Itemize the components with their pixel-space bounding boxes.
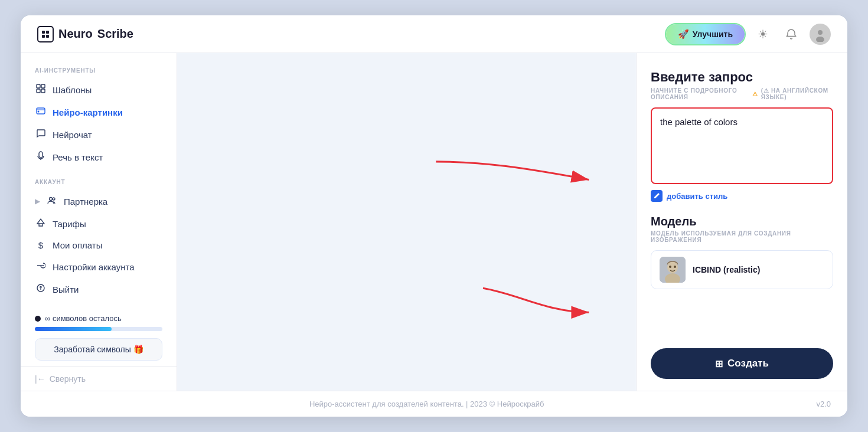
- rocket-icon: 🚀: [678, 29, 689, 40]
- improve-button[interactable]: 🚀 Улучшить: [666, 24, 745, 44]
- payments-icon: $: [35, 240, 47, 250]
- sidebar-collapse[interactable]: |← Свернуть: [21, 366, 177, 391]
- content-area: [177, 53, 636, 391]
- partner-label: Партнерка: [64, 197, 107, 207]
- neurocards-label: Нейро-картинки: [53, 107, 123, 117]
- earn-button[interactable]: Заработай символы 🎁: [35, 338, 162, 361]
- partner-icon: [46, 195, 58, 207]
- footer-version: v2.0: [816, 400, 831, 408]
- speechtotext-label: Речь в текст: [53, 152, 103, 162]
- settings-label: Настройки аккаунта: [53, 262, 135, 272]
- collapse-icon: |←: [35, 374, 45, 384]
- svg-point-15: [53, 198, 55, 200]
- tariffs-label: Тарифы: [53, 219, 86, 229]
- add-style-label: добавить стиль: [667, 192, 727, 201]
- ai-tools-label: AI-ИНСТРУМЕНТЫ: [21, 67, 177, 78]
- svg-point-22: [674, 266, 676, 268]
- sidebar-item-neurocards[interactable]: Нейро-картинки: [21, 101, 177, 123]
- model-name: ICBIND (realistic): [693, 265, 760, 274]
- sidebar-item-speechtotext[interactable]: Речь в текст: [21, 146, 177, 168]
- tariffs-icon: [35, 218, 47, 230]
- main-layout: AI-ИНСТРУМЕНТЫ Шаблоны Нейро-картинки Не…: [21, 53, 847, 391]
- add-style-icon-box: [651, 190, 663, 202]
- arrows-svg: [177, 53, 636, 391]
- add-style-button[interactable]: добавить стиль: [651, 190, 833, 202]
- neurochat-label: Нейрочат: [53, 130, 92, 140]
- footer-center: Нейро-ассистент для создателей контента.…: [309, 400, 544, 408]
- svg-point-14: [50, 198, 53, 201]
- improve-label: Улучшить: [693, 30, 733, 39]
- templates-label: Шаблоны: [53, 85, 92, 95]
- edit-icon: [653, 192, 660, 199]
- model-thumbnail: [660, 257, 686, 283]
- svg-rect-2: [42, 35, 45, 38]
- create-button[interactable]: ⊞ Создать: [651, 348, 833, 379]
- sidebar-item-logout[interactable]: Выйти: [21, 278, 177, 300]
- model-image: [660, 257, 686, 283]
- sidebar-bottom: ∞ символов осталось Заработай символы 🎁: [21, 303, 177, 366]
- sun-button[interactable]: ☀: [753, 24, 773, 44]
- symbols-label: ∞ символов осталось: [45, 314, 122, 323]
- sidebar-item-templates[interactable]: Шаблоны: [21, 78, 177, 101]
- footer: Нейро-ассистент для создателей контента.…: [21, 391, 847, 417]
- svg-rect-3: [46, 35, 49, 38]
- logo-scribe: Scribe: [97, 27, 133, 41]
- query-subtitle-text: НАЧНИТЕ С ПОДРОБНОГО ОПИСАНИЯ: [651, 87, 746, 100]
- logout-label: Выйти: [53, 284, 79, 294]
- header-right: 🚀 Улучшить ☀: [666, 24, 831, 45]
- speechtotext-icon: [35, 151, 47, 163]
- query-subtitle-warn: ⚠: [752, 91, 758, 97]
- svg-rect-10: [41, 89, 45, 93]
- bell-button[interactable]: [781, 24, 801, 44]
- account-label: АККАУНТ: [21, 179, 177, 190]
- header: NeuroScribe 🚀 Улучшить ☀: [21, 15, 847, 53]
- logo: NeuroScribe: [37, 26, 133, 42]
- svg-rect-8: [41, 84, 45, 88]
- model-title: Модель: [651, 215, 833, 228]
- sidebar-item-tariffs[interactable]: Тарифы: [21, 212, 177, 235]
- payments-label: Мои оплаты: [53, 240, 102, 250]
- templates-icon: [35, 84, 47, 96]
- svg-rect-9: [37, 89, 40, 93]
- logout-icon: [35, 283, 47, 295]
- bell-icon: [785, 28, 797, 40]
- neurocards-icon: [35, 106, 47, 118]
- settings-icon: [35, 261, 47, 273]
- create-icon: ⊞: [715, 358, 723, 369]
- sidebar-item-partner[interactable]: ▶ Партнерка: [21, 190, 177, 212]
- avatar-button[interactable]: [810, 24, 831, 45]
- logo-icon: [37, 26, 54, 42]
- svg-rect-0: [42, 31, 45, 34]
- svg-point-5: [818, 30, 823, 35]
- logo-neuro: Neuro: [58, 27, 93, 41]
- progress-bar-fill: [35, 327, 112, 331]
- right-panel: Введите запрос НАЧНИТЕ С ПОДРОБНОГО ОПИС…: [636, 53, 847, 391]
- svg-rect-1: [46, 31, 49, 34]
- prompt-textarea[interactable]: [651, 107, 833, 184]
- sidebar-item-neurochat[interactable]: Нейрочат: [21, 123, 177, 146]
- symbols-row: ∞ символов осталось: [35, 314, 162, 323]
- model-subtitle: МОДЕЛЬ ИСПОЛЬЗУЕМАЯ ДЛЯ СОЗДАНИЯ ИЗОБРАЖ…: [651, 230, 833, 243]
- sidebar: AI-ИНСТРУМЕНТЫ Шаблоны Нейро-картинки Не…: [21, 53, 177, 391]
- svg-rect-7: [37, 84, 40, 88]
- partner-arrow: ▶: [35, 197, 40, 205]
- sidebar-item-payments[interactable]: $ Мои оплаты: [21, 235, 177, 256]
- progress-bar-bg: [35, 327, 162, 331]
- sidebar-item-settings[interactable]: Настройки аккаунта: [21, 256, 177, 278]
- symbols-dot: [35, 316, 41, 322]
- avatar-icon: [812, 27, 828, 42]
- svg-point-12: [38, 111, 40, 113]
- query-subtitle: НАЧНИТЕ С ПОДРОБНОГО ОПИСАНИЯ ⚠ (⚠ НА АН…: [651, 87, 833, 100]
- create-label: Создать: [727, 358, 769, 369]
- model-selector[interactable]: ICBIND (realistic): [651, 250, 833, 289]
- query-subtitle2: (⚠ НА АНГЛИЙСКОМ ЯЗЫКЕ): [761, 87, 833, 100]
- collapse-label: Свернуть: [50, 374, 86, 384]
- query-title: Введите запрос: [651, 70, 833, 85]
- svg-point-21: [669, 266, 671, 268]
- neurochat-icon: [35, 129, 47, 140]
- sun-icon: ☀: [758, 27, 768, 41]
